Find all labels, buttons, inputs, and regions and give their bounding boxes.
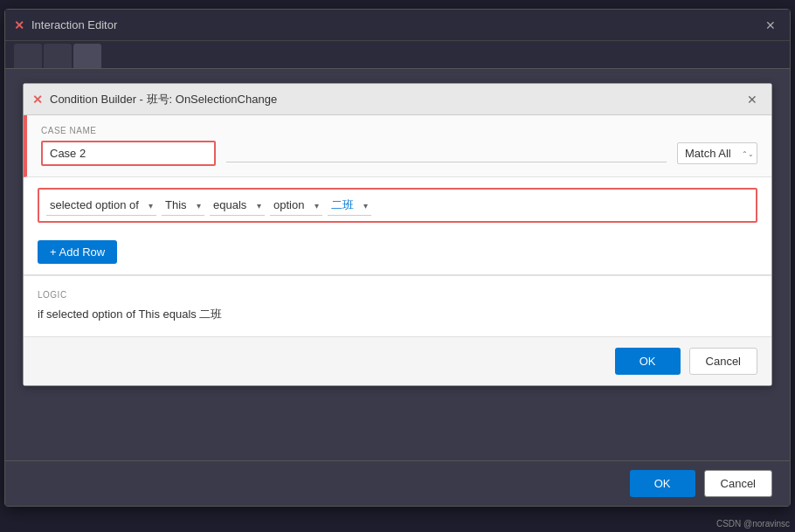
condition-col4-wrapper[interactable]: option [270, 195, 322, 216]
add-row-button[interactable]: + Add Row [38, 240, 117, 264]
condition-col2-select[interactable]: This [162, 195, 204, 216]
condition-col5-select[interactable]: 二班 [328, 195, 371, 216]
condition-col2-wrapper[interactable]: This [162, 195, 204, 216]
app-icon: ✕ [14, 18, 24, 32]
match-all-select[interactable]: Match All Match Any [677, 142, 757, 164]
inner-cancel-button[interactable]: Cancel [689, 348, 757, 375]
logic-section: LOGIC if selected option of This equals … [24, 275, 771, 336]
watermark: CSDN @noravinsc [716, 519, 790, 529]
logic-text: if selected option of This equals 二班 [38, 307, 757, 322]
outer-ok-button[interactable]: OK [630, 470, 695, 497]
condition-col1-wrapper[interactable]: selected option of [46, 195, 156, 216]
tab-1[interactable] [14, 44, 42, 68]
condition-col3-wrapper[interactable]: equals [210, 195, 265, 216]
inner-close-button[interactable]: ✕ [742, 91, 763, 108]
condition-col5-wrapper[interactable]: 二班 [328, 195, 371, 216]
inner-app-icon: ✕ [32, 93, 43, 107]
logic-label: LOGIC [38, 290, 757, 300]
condition-col4-select[interactable]: option [270, 195, 322, 216]
tab-3[interactable] [73, 44, 101, 68]
case-name-underline [226, 145, 667, 162]
inner-window-title: Condition Builder - 班号: OnSelectionChang… [50, 92, 742, 107]
inner-footer: OK Cancel [24, 336, 771, 385]
condition-row: selected option of This [38, 188, 757, 223]
tab-2[interactable] [44, 44, 72, 68]
case-name-input[interactable] [41, 141, 216, 166]
outer-window-title: Interaction Editor [31, 18, 760, 31]
condition-col3-select[interactable]: equals [210, 195, 265, 216]
inner-ok-button[interactable]: OK [615, 348, 681, 375]
outer-close-button[interactable]: ✕ [760, 17, 781, 34]
case-name-label: CASE NAME [41, 126, 757, 135]
outer-cancel-button[interactable]: Cancel [704, 470, 772, 497]
condition-col1-select[interactable]: selected option of [46, 195, 156, 216]
outer-footer: OK Cancel [5, 460, 790, 506]
